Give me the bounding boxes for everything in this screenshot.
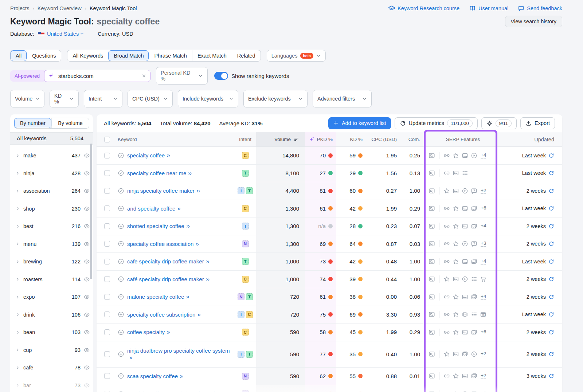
- row-checkbox[interactable]: [104, 276, 110, 282]
- row-checkbox[interactable]: [104, 170, 110, 176]
- sort-desc-icon[interactable]: [294, 137, 299, 142]
- column-header-kd[interactable]: KD %: [336, 132, 365, 146]
- filter-intent[interactable]: Intent: [84, 90, 122, 107]
- refresh-blue-icon[interactable]: [548, 188, 554, 194]
- plus-circle-icon[interactable]: [118, 294, 124, 300]
- serp-preview-icon[interactable]: [429, 240, 435, 247]
- add-to-keyword-list-button[interactable]: Add to keyword list: [328, 117, 391, 129]
- row-checkbox[interactable]: [104, 205, 110, 211]
- filter-advanced-filters[interactable]: Advanced filters: [313, 90, 372, 107]
- chevron-right-icon[interactable]: [15, 153, 20, 158]
- plus-circle-icon[interactable]: [118, 205, 124, 212]
- languages-dropdown[interactable]: Languagesbeta: [267, 50, 326, 62]
- check-circle-icon[interactable]: [118, 188, 124, 194]
- serp-more-link[interactable]: +4: [481, 259, 486, 264]
- eye-icon[interactable]: [83, 188, 90, 194]
- keyword-link[interactable]: shotted specialty coffee: [127, 223, 191, 230]
- plus-circle-icon[interactable]: [118, 240, 124, 247]
- export-button[interactable]: Export: [520, 117, 555, 129]
- database-select[interactable]: United States: [47, 31, 84, 37]
- chevrons-right-icon[interactable]: [185, 295, 190, 299]
- clear-search-icon[interactable]: [141, 73, 146, 78]
- sidebar-group-make[interactable]: make 437: [10, 147, 93, 165]
- eye-icon[interactable]: [83, 347, 90, 353]
- sidebar-group-menu[interactable]: menu 139: [10, 235, 93, 253]
- sidebar-group-cup[interactable]: cup 93: [10, 341, 93, 359]
- serp-more-link[interactable]: +4: [481, 294, 486, 300]
- update-metrics-button[interactable]: Update metrics11/1,000: [395, 117, 478, 129]
- filter-cpc-usd[interactable]: CPC (USD): [128, 90, 173, 107]
- chevrons-right-icon[interactable]: [196, 189, 201, 193]
- refresh-blue-icon[interactable]: [548, 294, 554, 300]
- serp-more-link[interactable]: +4: [481, 153, 486, 158]
- row-checkbox[interactable]: [104, 223, 110, 229]
- column-header-updated[interactable]: Updated: [497, 132, 562, 146]
- column-header-pkd[interactable]: PKD %: [305, 132, 336, 146]
- eye-icon[interactable]: [83, 294, 90, 300]
- plus-circle-icon[interactable]: [118, 311, 124, 318]
- select-all-checkbox[interactable]: [104, 137, 110, 142]
- eye-icon[interactable]: [83, 382, 90, 389]
- sidebar-group-roasters[interactable]: roasters 114: [10, 271, 93, 289]
- chevrons-right-icon[interactable]: [195, 242, 200, 247]
- personal-kd-dropdown[interactable]: Personal KD %: [156, 67, 208, 85]
- chevron-right-icon[interactable]: [15, 348, 20, 352]
- serp-preview-icon[interactable]: [429, 152, 435, 159]
- refresh-blue-icon[interactable]: [548, 276, 554, 282]
- sidebar-group-shop[interactable]: shop 230: [10, 200, 93, 218]
- chevrons-right-icon[interactable]: [166, 153, 171, 158]
- serp-preview-icon[interactable]: [429, 373, 435, 379]
- check-circle-icon[interactable]: [118, 170, 124, 176]
- refresh-blue-icon[interactable]: [548, 373, 554, 379]
- plus-circle-icon[interactable]: [118, 329, 124, 336]
- column-header-keyword[interactable]: Keyword: [118, 132, 234, 146]
- tab-all-keywords[interactable]: All Keywords: [67, 50, 108, 61]
- eye-icon[interactable]: [83, 329, 90, 336]
- chevron-right-icon[interactable]: [15, 312, 20, 317]
- refresh-blue-icon[interactable]: [548, 205, 554, 211]
- serp-preview-icon[interactable]: [429, 276, 435, 282]
- eye-icon[interactable]: [83, 364, 90, 371]
- refresh-blue-icon[interactable]: [548, 241, 554, 247]
- chevrons-right-icon[interactable]: [206, 259, 210, 264]
- chevron-right-icon[interactable]: [15, 295, 20, 299]
- chevron-right-icon[interactable]: [15, 383, 20, 388]
- sidebar-group-bean[interactable]: bean 103: [10, 324, 93, 341]
- header-link-send-feedback[interactable]: Send feedback: [518, 5, 562, 12]
- serp-more-link[interactable]: +2: [481, 373, 486, 379]
- keyword-link[interactable]: malone specialty coffee: [127, 293, 190, 301]
- column-header-volume[interactable]: Volume: [256, 132, 305, 146]
- keyword-link[interactable]: specialty coffee subscription: [127, 311, 201, 318]
- sidebar-group-best[interactable]: best 216: [10, 217, 93, 235]
- serp-more-link[interactable]: +2: [481, 351, 486, 357]
- sidebar-tab-by-volume[interactable]: By volume: [51, 118, 89, 128]
- row-checkbox[interactable]: [104, 241, 110, 247]
- plus-circle-icon[interactable]: [118, 276, 124, 282]
- column-header-cpc-usd[interactable]: CPC (USD): [365, 132, 400, 146]
- chevron-right-icon[interactable]: [15, 365, 20, 370]
- tab-questions[interactable]: Questions: [27, 50, 61, 61]
- sidebar-group-drink[interactable]: drink 106: [10, 306, 93, 324]
- sidebar-group-cafe[interactable]: cafe 78: [10, 359, 93, 377]
- chevrons-right-icon[interactable]: [186, 224, 191, 229]
- tab-all[interactable]: All: [11, 50, 27, 61]
- row-checkbox[interactable]: [104, 153, 110, 158]
- tab-exact-match[interactable]: Exact Match: [192, 50, 232, 61]
- refresh-blue-icon[interactable]: [548, 311, 554, 317]
- plus-circle-icon[interactable]: [118, 351, 124, 357]
- breadcrumb-item-keyword-magic-tool[interactable]: Keyword Magic Tool: [90, 5, 137, 11]
- eye-icon[interactable]: [83, 276, 90, 283]
- chevron-right-icon[interactable]: [15, 242, 20, 246]
- sidebar-group-bar[interactable]: bar 73: [10, 377, 93, 392]
- refresh-blue-icon[interactable]: [548, 329, 554, 335]
- serp-preview-icon[interactable]: [429, 311, 435, 318]
- serp-preview-icon[interactable]: [429, 188, 435, 194]
- breadcrumb-item-keyword-overview[interactable]: Keyword Overview: [38, 5, 82, 11]
- header-link-keyword-research-course[interactable]: Keyword Research course: [388, 5, 459, 12]
- check-circle-icon[interactable]: [118, 152, 124, 159]
- row-checkbox[interactable]: [104, 351, 110, 357]
- row-checkbox[interactable]: [104, 373, 110, 379]
- row-checkbox[interactable]: [104, 188, 110, 194]
- chevron-right-icon[interactable]: [15, 259, 20, 264]
- serp-more-link[interactable]: +2: [481, 188, 486, 194]
